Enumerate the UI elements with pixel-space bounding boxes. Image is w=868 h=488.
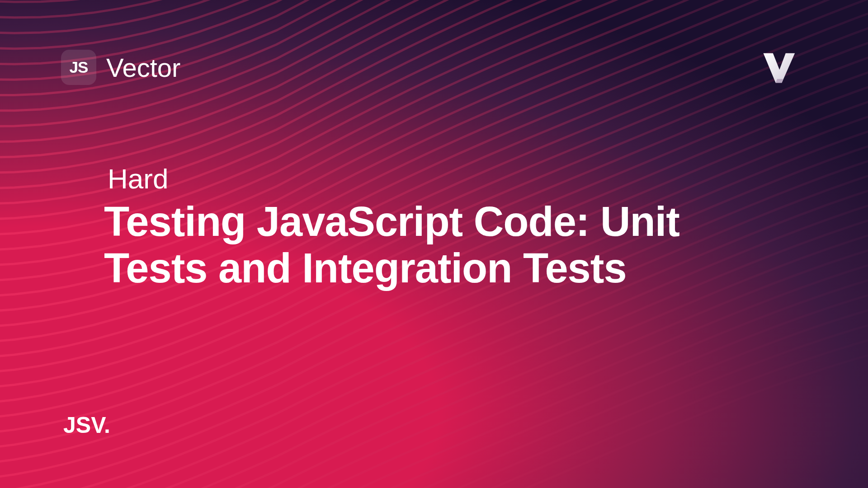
logo-badge: JS [61,50,96,85]
hero-text-block: Hard Testing JavaScript Code: Unit Tests… [104,163,787,291]
footer-watermark: JSV. [63,412,110,438]
difficulty-label: Hard [108,163,787,195]
header-logo: JS Vector [61,50,180,85]
corner-v-logo [760,47,798,86]
content-layer: JS Vector Hard Testing JavaScript Code: … [0,0,868,488]
hero-title: Testing JavaScript Code: Unit Tests and … [104,198,787,291]
logo-brand-name: Vector [106,52,180,83]
title-line-2: Tests and Integration Tests [104,245,627,291]
title-line-1: Testing JavaScript Code: Unit [104,198,679,244]
logo-badge-text: JS [70,58,88,76]
v-icon [760,47,798,86]
